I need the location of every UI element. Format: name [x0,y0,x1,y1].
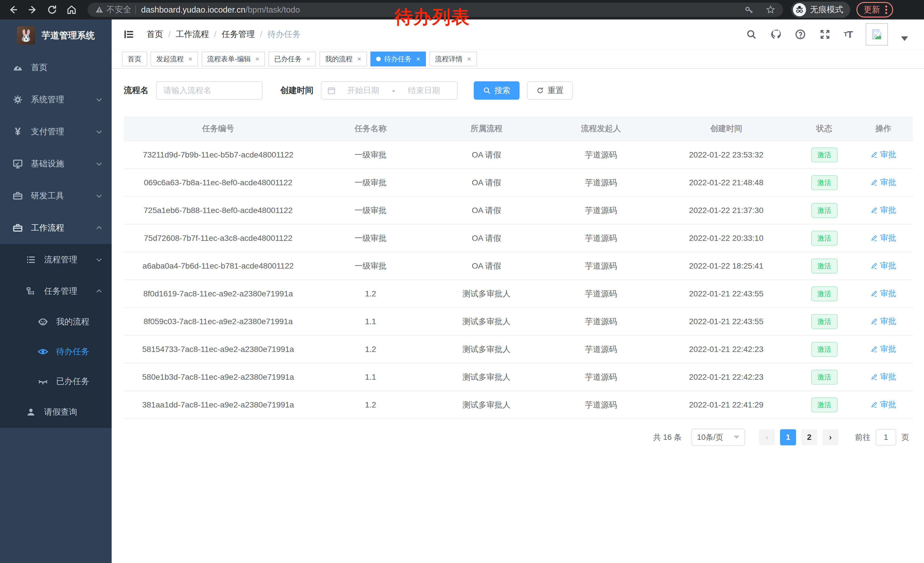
cell-created: 2022-01-21 22:42:23 [657,363,795,391]
total-count: 共 16 条 [653,432,681,443]
sidebar-collapse-icon[interactable] [123,29,135,40]
edit-icon [870,401,878,408]
approve-link[interactable]: 审批 [870,177,896,188]
avatar[interactable] [866,23,888,45]
sidebar-item-task-mgmt[interactable]: 任务管理 [0,275,112,307]
approve-label: 审批 [880,399,896,410]
cell-task-name: 一级审批 [313,197,429,224]
sidebar-item-infrastructure[interactable]: 基础设施 [0,148,112,180]
breadcrumb-workflow[interactable]: 工作流程 [176,29,209,40]
select-caret-icon [734,435,740,439]
breadcrumb-home[interactable]: 首页 [147,29,163,40]
url-host: dashboard.yudao.iocoder.cn [141,5,245,15]
tag-tab[interactable]: 发起流程× [151,51,198,66]
process-name-input[interactable] [156,81,262,100]
status-badge: 激活 [811,231,837,246]
sidebar-item-devtools[interactable]: 研发工具 [0,180,112,212]
sidebar-item-done-tasks[interactable]: 已办任务 [0,366,112,396]
sidebar-item-label: 工作流程 [31,222,64,234]
cell-task-name: 1.2 [313,280,429,308]
breadcrumb-task-mgmt[interactable]: 任务管理 [222,29,255,40]
edit-icon [870,373,878,381]
password-key-icon[interactable] [744,5,754,15]
sidebar-item-system[interactable]: 系统管理 [0,84,112,116]
sidebar-item-payment[interactable]: ¥ 支付管理 [0,116,112,148]
search-button[interactable]: 搜索 [474,81,519,100]
tag-tab[interactable]: 首页 [122,51,147,66]
approve-link[interactable]: 审批 [870,149,896,160]
close-icon[interactable]: × [188,55,192,63]
approve-link[interactable]: 审批 [870,371,896,382]
tab-label: 已办任务 [274,54,302,63]
bookmark-star-icon[interactable] [765,5,776,15]
status-badge: 激活 [811,286,837,301]
approve-link[interactable]: 审批 [870,288,896,299]
page-size-select[interactable]: 10条/页 [691,429,745,446]
cell-status: 激活 [795,252,854,280]
page-button-1[interactable]: 1 [780,429,796,445]
close-icon[interactable]: × [255,55,260,63]
approve-label: 审批 [880,177,896,188]
cell-task-name: 1.2 [313,335,429,363]
cell-task-name: 一级审批 [313,141,429,169]
browser-menu-icon[interactable] [885,5,888,15]
cell-task-id: 58154733-7ac8-11ec-a9e2-a2380e71991a [124,335,313,363]
table-row: 73211d9d-7b9b-11ec-b5b7-acde48001122一级审批… [124,141,913,169]
date-range-picker[interactable]: 开始日期 - 结束日期 [321,81,458,100]
tag-tab[interactable]: 流程详情× [429,51,477,66]
avatar-caret-icon[interactable] [901,36,908,41]
reset-button[interactable]: 重置 [527,81,573,100]
close-icon[interactable]: × [467,55,471,63]
cell-starter: 芋道源码 [544,252,657,280]
close-icon[interactable]: × [357,55,361,63]
close-icon[interactable]: × [416,55,420,63]
fullscreen-icon[interactable] [819,29,831,40]
goto-page-input[interactable] [876,429,896,446]
approve-link[interactable]: 审批 [870,233,896,243]
update-label[interactable]: 更新 [864,4,880,15]
cell-task-name: 一级审批 [313,224,429,252]
approve-link[interactable]: 审批 [870,344,896,354]
github-icon[interactable] [770,29,782,40]
range-separator: - [390,86,396,95]
approve-link[interactable]: 审批 [870,260,896,271]
close-icon[interactable]: × [306,55,310,63]
sidebar-item-my-process[interactable]: 我的流程 [0,307,112,337]
app-logo-row[interactable]: 🐰 芋道管理系统 [0,20,112,51]
edit-icon [870,345,878,353]
col-actions: 操作 [854,116,913,141]
tag-tab[interactable]: 待办任务× [370,51,426,66]
approve-link[interactable]: 审批 [870,399,896,410]
sidebar-item-process-mgmt[interactable]: 流程管理 [0,244,112,275]
browser-reload-button[interactable] [46,3,58,16]
page-button-2[interactable]: 2 [801,429,817,445]
browser-update-button[interactable]: 更新 [856,2,893,18]
sidebar-item-todo-tasks[interactable]: 待办任务 [0,337,112,366]
font-size-icon[interactable]: TT [844,29,852,40]
status-badge: 激活 [811,314,837,329]
breadcrumb-current: 待办任务 [267,29,300,40]
browser-forward-button[interactable] [26,3,39,16]
status-badge: 激活 [811,342,837,357]
cell-process: OA 请假 [429,169,544,197]
sidebar-item-workflow[interactable]: 工作流程 [0,212,112,244]
cell-starter: 芋道源码 [544,391,657,419]
search-icon[interactable] [746,29,757,40]
tag-tab[interactable]: 已办任务× [268,51,316,66]
sidebar-item-label: 我的流程 [56,316,89,327]
end-date-placeholder: 结束日期 [397,85,452,96]
tag-tab[interactable]: 流程表单-编辑× [201,51,265,66]
security-label[interactable]: 不安全 [106,4,131,15]
help-icon[interactable] [795,29,806,40]
col-created: 创建时间 [657,116,795,141]
approve-link[interactable]: 审批 [870,316,896,327]
prev-page-button[interactable]: ‹ [759,429,775,445]
sidebar-item-leave-query[interactable]: 请假查询 [0,396,112,428]
sidebar-item-home[interactable]: 首页 [0,51,112,84]
approve-link[interactable]: 审批 [870,205,896,216]
browser-back-button[interactable] [7,3,20,16]
tag-tab[interactable]: 我的流程× [320,51,367,66]
browser-home-button[interactable] [65,3,78,16]
cell-process: OA 请假 [429,141,544,169]
next-page-button[interactable]: › [822,429,838,445]
